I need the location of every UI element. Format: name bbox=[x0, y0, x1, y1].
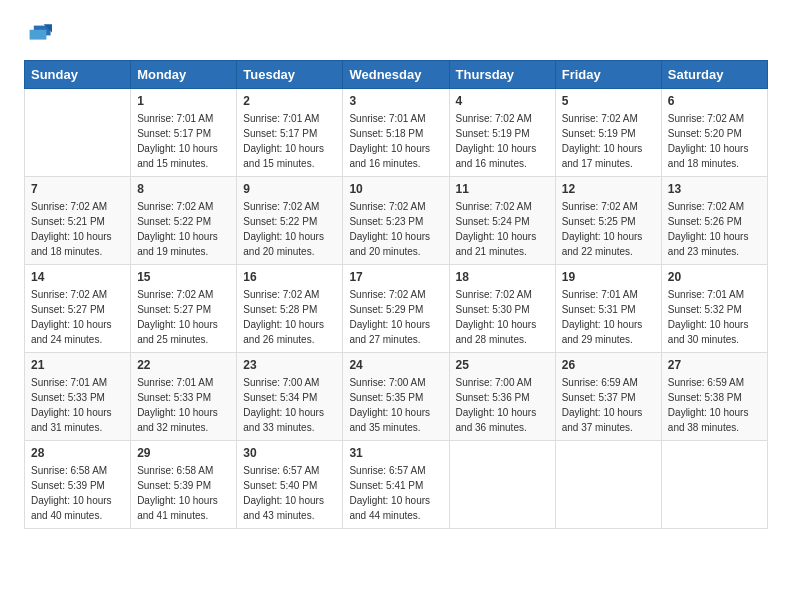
day-number: 9 bbox=[243, 182, 336, 196]
calendar-cell: 21Sunrise: 7:01 AM Sunset: 5:33 PM Dayli… bbox=[25, 353, 131, 441]
calendar-week-5: 28Sunrise: 6:58 AM Sunset: 5:39 PM Dayli… bbox=[25, 441, 768, 529]
day-info: Sunrise: 7:00 AM Sunset: 5:35 PM Dayligh… bbox=[349, 375, 442, 435]
day-number: 26 bbox=[562, 358, 655, 372]
day-number: 19 bbox=[562, 270, 655, 284]
day-info: Sunrise: 7:01 AM Sunset: 5:17 PM Dayligh… bbox=[137, 111, 230, 171]
day-info: Sunrise: 7:01 AM Sunset: 5:18 PM Dayligh… bbox=[349, 111, 442, 171]
day-info: Sunrise: 7:02 AM Sunset: 5:27 PM Dayligh… bbox=[31, 287, 124, 347]
calendar-cell: 18Sunrise: 7:02 AM Sunset: 5:30 PM Dayli… bbox=[449, 265, 555, 353]
day-number: 3 bbox=[349, 94, 442, 108]
header-sunday: Sunday bbox=[25, 61, 131, 89]
day-info: Sunrise: 6:58 AM Sunset: 5:39 PM Dayligh… bbox=[31, 463, 124, 523]
calendar-cell: 12Sunrise: 7:02 AM Sunset: 5:25 PM Dayli… bbox=[555, 177, 661, 265]
day-number: 12 bbox=[562, 182, 655, 196]
day-info: Sunrise: 7:01 AM Sunset: 5:33 PM Dayligh… bbox=[31, 375, 124, 435]
calendar-cell: 25Sunrise: 7:00 AM Sunset: 5:36 PM Dayli… bbox=[449, 353, 555, 441]
day-info: Sunrise: 6:58 AM Sunset: 5:39 PM Dayligh… bbox=[137, 463, 230, 523]
calendar-cell: 11Sunrise: 7:02 AM Sunset: 5:24 PM Dayli… bbox=[449, 177, 555, 265]
day-number: 13 bbox=[668, 182, 761, 196]
calendar-cell: 1Sunrise: 7:01 AM Sunset: 5:17 PM Daylig… bbox=[131, 89, 237, 177]
calendar-cell bbox=[555, 441, 661, 529]
day-number: 17 bbox=[349, 270, 442, 284]
day-number: 31 bbox=[349, 446, 442, 460]
header-friday: Friday bbox=[555, 61, 661, 89]
calendar-week-2: 7Sunrise: 7:02 AM Sunset: 5:21 PM Daylig… bbox=[25, 177, 768, 265]
calendar-cell: 13Sunrise: 7:02 AM Sunset: 5:26 PM Dayli… bbox=[661, 177, 767, 265]
calendar-cell: 20Sunrise: 7:01 AM Sunset: 5:32 PM Dayli… bbox=[661, 265, 767, 353]
calendar-cell: 4Sunrise: 7:02 AM Sunset: 5:19 PM Daylig… bbox=[449, 89, 555, 177]
calendar-cell: 3Sunrise: 7:01 AM Sunset: 5:18 PM Daylig… bbox=[343, 89, 449, 177]
day-info: Sunrise: 6:59 AM Sunset: 5:37 PM Dayligh… bbox=[562, 375, 655, 435]
calendar-cell: 24Sunrise: 7:00 AM Sunset: 5:35 PM Dayli… bbox=[343, 353, 449, 441]
calendar-cell: 16Sunrise: 7:02 AM Sunset: 5:28 PM Dayli… bbox=[237, 265, 343, 353]
calendar-cell: 10Sunrise: 7:02 AM Sunset: 5:23 PM Dayli… bbox=[343, 177, 449, 265]
day-number: 16 bbox=[243, 270, 336, 284]
day-number: 25 bbox=[456, 358, 549, 372]
calendar-cell: 6Sunrise: 7:02 AM Sunset: 5:20 PM Daylig… bbox=[661, 89, 767, 177]
day-number: 27 bbox=[668, 358, 761, 372]
calendar-week-3: 14Sunrise: 7:02 AM Sunset: 5:27 PM Dayli… bbox=[25, 265, 768, 353]
calendar-cell: 22Sunrise: 7:01 AM Sunset: 5:33 PM Dayli… bbox=[131, 353, 237, 441]
day-number: 22 bbox=[137, 358, 230, 372]
day-number: 7 bbox=[31, 182, 124, 196]
calendar-cell: 30Sunrise: 6:57 AM Sunset: 5:40 PM Dayli… bbox=[237, 441, 343, 529]
header-saturday: Saturday bbox=[661, 61, 767, 89]
day-info: Sunrise: 7:01 AM Sunset: 5:32 PM Dayligh… bbox=[668, 287, 761, 347]
calendar-cell: 2Sunrise: 7:01 AM Sunset: 5:17 PM Daylig… bbox=[237, 89, 343, 177]
day-number: 8 bbox=[137, 182, 230, 196]
calendar-cell: 5Sunrise: 7:02 AM Sunset: 5:19 PM Daylig… bbox=[555, 89, 661, 177]
day-info: Sunrise: 7:02 AM Sunset: 5:30 PM Dayligh… bbox=[456, 287, 549, 347]
day-info: Sunrise: 7:02 AM Sunset: 5:19 PM Dayligh… bbox=[456, 111, 549, 171]
calendar-cell: 27Sunrise: 6:59 AM Sunset: 5:38 PM Dayli… bbox=[661, 353, 767, 441]
calendar-cell: 26Sunrise: 6:59 AM Sunset: 5:37 PM Dayli… bbox=[555, 353, 661, 441]
day-info: Sunrise: 7:02 AM Sunset: 5:20 PM Dayligh… bbox=[668, 111, 761, 171]
calendar-cell: 29Sunrise: 6:58 AM Sunset: 5:39 PM Dayli… bbox=[131, 441, 237, 529]
day-info: Sunrise: 7:02 AM Sunset: 5:22 PM Dayligh… bbox=[243, 199, 336, 259]
day-info: Sunrise: 7:02 AM Sunset: 5:26 PM Dayligh… bbox=[668, 199, 761, 259]
calendar-cell: 23Sunrise: 7:00 AM Sunset: 5:34 PM Dayli… bbox=[237, 353, 343, 441]
day-number: 2 bbox=[243, 94, 336, 108]
calendar-table: SundayMondayTuesdayWednesdayThursdayFrid… bbox=[24, 60, 768, 529]
logo-icon bbox=[24, 20, 52, 48]
day-number: 14 bbox=[31, 270, 124, 284]
day-info: Sunrise: 7:00 AM Sunset: 5:36 PM Dayligh… bbox=[456, 375, 549, 435]
calendar-cell: 9Sunrise: 7:02 AM Sunset: 5:22 PM Daylig… bbox=[237, 177, 343, 265]
calendar-cell bbox=[661, 441, 767, 529]
calendar-header-row: SundayMondayTuesdayWednesdayThursdayFrid… bbox=[25, 61, 768, 89]
day-info: Sunrise: 7:02 AM Sunset: 5:27 PM Dayligh… bbox=[137, 287, 230, 347]
day-number: 28 bbox=[31, 446, 124, 460]
day-info: Sunrise: 7:02 AM Sunset: 5:21 PM Dayligh… bbox=[31, 199, 124, 259]
day-number: 10 bbox=[349, 182, 442, 196]
calendar-cell: 31Sunrise: 6:57 AM Sunset: 5:41 PM Dayli… bbox=[343, 441, 449, 529]
day-number: 21 bbox=[31, 358, 124, 372]
day-info: Sunrise: 6:59 AM Sunset: 5:38 PM Dayligh… bbox=[668, 375, 761, 435]
header-thursday: Thursday bbox=[449, 61, 555, 89]
day-number: 20 bbox=[668, 270, 761, 284]
calendar-cell: 15Sunrise: 7:02 AM Sunset: 5:27 PM Dayli… bbox=[131, 265, 237, 353]
day-info: Sunrise: 7:00 AM Sunset: 5:34 PM Dayligh… bbox=[243, 375, 336, 435]
day-info: Sunrise: 6:57 AM Sunset: 5:40 PM Dayligh… bbox=[243, 463, 336, 523]
day-number: 6 bbox=[668, 94, 761, 108]
day-info: Sunrise: 7:02 AM Sunset: 5:19 PM Dayligh… bbox=[562, 111, 655, 171]
calendar-week-4: 21Sunrise: 7:01 AM Sunset: 5:33 PM Dayli… bbox=[25, 353, 768, 441]
day-info: Sunrise: 7:01 AM Sunset: 5:33 PM Dayligh… bbox=[137, 375, 230, 435]
day-number: 18 bbox=[456, 270, 549, 284]
day-info: Sunrise: 6:57 AM Sunset: 5:41 PM Dayligh… bbox=[349, 463, 442, 523]
day-info: Sunrise: 7:02 AM Sunset: 5:22 PM Dayligh… bbox=[137, 199, 230, 259]
logo bbox=[24, 20, 56, 48]
day-number: 4 bbox=[456, 94, 549, 108]
calendar-cell: 14Sunrise: 7:02 AM Sunset: 5:27 PM Dayli… bbox=[25, 265, 131, 353]
svg-marker-1 bbox=[30, 30, 47, 40]
day-number: 30 bbox=[243, 446, 336, 460]
header-wednesday: Wednesday bbox=[343, 61, 449, 89]
day-number: 29 bbox=[137, 446, 230, 460]
day-info: Sunrise: 7:02 AM Sunset: 5:25 PM Dayligh… bbox=[562, 199, 655, 259]
day-info: Sunrise: 7:01 AM Sunset: 5:17 PM Dayligh… bbox=[243, 111, 336, 171]
header-monday: Monday bbox=[131, 61, 237, 89]
day-info: Sunrise: 7:02 AM Sunset: 5:28 PM Dayligh… bbox=[243, 287, 336, 347]
calendar-cell: 17Sunrise: 7:02 AM Sunset: 5:29 PM Dayli… bbox=[343, 265, 449, 353]
day-info: Sunrise: 7:02 AM Sunset: 5:24 PM Dayligh… bbox=[456, 199, 549, 259]
day-number: 15 bbox=[137, 270, 230, 284]
day-info: Sunrise: 7:02 AM Sunset: 5:29 PM Dayligh… bbox=[349, 287, 442, 347]
calendar-cell: 28Sunrise: 6:58 AM Sunset: 5:39 PM Dayli… bbox=[25, 441, 131, 529]
